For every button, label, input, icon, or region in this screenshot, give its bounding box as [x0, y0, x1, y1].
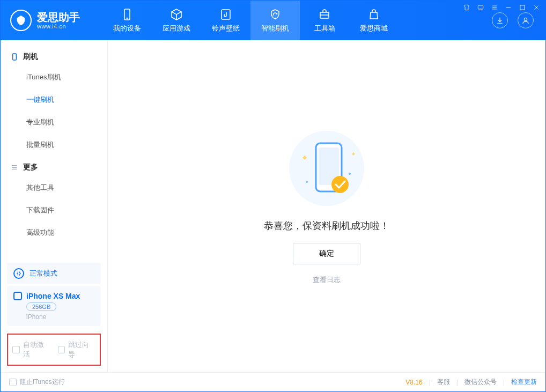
- support-link[interactable]: 客服: [437, 378, 450, 387]
- app-logo: 爱思助手 www.i4.cn: [1, 1, 102, 40]
- check-update-link[interactable]: 检查更新: [511, 378, 537, 387]
- app-body: 刷机 iTunes刷机 一键刷机 专业刷机 批量刷机 更多 其他工具 下载固件 …: [1, 40, 545, 372]
- maximize-icon[interactable]: [519, 4, 526, 11]
- sidebar-item-download-firmware[interactable]: 下载固件: [1, 199, 107, 221]
- sidebar-group-flash: 刷机: [1, 46, 107, 66]
- list-icon: [10, 163, 19, 172]
- svg-rect-2: [222, 10, 230, 19]
- tab-label: 爱思商城: [360, 24, 388, 33]
- tab-label: 工具箱: [314, 24, 335, 33]
- tab-store[interactable]: 爱思商城: [349, 1, 399, 40]
- sidebar-item-onekey-flash[interactable]: 一键刷机: [1, 88, 107, 111]
- app-title: 爱思助手: [37, 11, 80, 23]
- success-message: 恭喜您，保资料刷机成功啦！: [264, 219, 389, 232]
- checkbox-icon: [12, 346, 20, 353]
- checkbox-label: 自动激活: [23, 340, 50, 359]
- checkbox-skip-guide[interactable]: 跳过向导: [58, 340, 96, 359]
- minimize-icon[interactable]: [505, 4, 512, 11]
- device-icon: [10, 53, 19, 61]
- device-card[interactable]: iPhone XS Max 256GB iPhone: [7, 286, 101, 326]
- device-name: iPhone XS Max: [26, 292, 80, 300]
- tab-ring-wallpaper[interactable]: 铃声壁纸: [201, 1, 250, 40]
- tab-label: 铃声壁纸: [212, 24, 240, 33]
- download-button[interactable]: [492, 12, 508, 28]
- refresh-shield-icon: [268, 8, 282, 21]
- sidebar-group-label: 更多: [23, 162, 38, 172]
- sidebar: 刷机 iTunes刷机 一键刷机 专业刷机 批量刷机 更多 其他工具 下载固件 …: [1, 40, 108, 372]
- device-icon: [13, 292, 22, 300]
- app-subtitle: www.i4.cn: [37, 23, 80, 29]
- tab-toolbox[interactable]: 工具箱: [300, 1, 349, 40]
- device-storage-badge: 256GB: [26, 302, 56, 311]
- sidebar-item-other-tools[interactable]: 其他工具: [1, 176, 107, 199]
- view-log-link[interactable]: 查看日志: [313, 275, 341, 285]
- success-illustration: [286, 128, 367, 209]
- cube-icon: [169, 8, 183, 21]
- device-mode-card[interactable]: 正常模式: [7, 263, 101, 284]
- tab-label: 智能刷机: [261, 24, 289, 33]
- checkbox-auto-activate[interactable]: 自动激活: [12, 340, 50, 359]
- svg-point-13: [349, 173, 351, 175]
- checkbox-label: 阻止iTunes运行: [20, 378, 65, 387]
- tab-label: 应用游戏: [163, 24, 190, 33]
- ok-button[interactable]: 确定: [293, 243, 360, 264]
- svg-point-1: [127, 18, 128, 19]
- checkbox-icon: [58, 346, 65, 353]
- mode-icon: [13, 268, 24, 279]
- svg-point-4: [524, 18, 527, 20]
- sidebar-group-more: 更多: [1, 156, 107, 176]
- sidebar-item-itunes-flash[interactable]: iTunes刷机: [1, 66, 107, 88]
- checkbox-block-itunes[interactable]: 阻止iTunes运行: [9, 378, 65, 387]
- svg-point-12: [306, 181, 308, 183]
- main-content: 恭喜您，保资料刷机成功啦！ 确定 查看日志: [108, 40, 545, 372]
- sidebar-item-batch-flash[interactable]: 批量刷机: [1, 134, 107, 156]
- phone-icon: [120, 8, 134, 21]
- tab-smart-flash[interactable]: 智能刷机: [250, 1, 300, 40]
- status-bar: 阻止iTunes运行 V8.16 | 客服 | 微信公众号 | 检查更新: [1, 372, 545, 391]
- bag-icon: [367, 8, 381, 21]
- window-controls: [463, 4, 540, 11]
- tab-apps-games[interactable]: 应用游戏: [152, 1, 201, 40]
- checkbox-label: 跳过向导: [68, 340, 95, 359]
- sidebar-group-label: 刷机: [23, 52, 38, 62]
- music-icon: [219, 8, 233, 21]
- skin-icon[interactable]: [463, 4, 470, 11]
- svg-rect-6: [520, 5, 525, 10]
- tab-my-device[interactable]: 我的设备: [102, 1, 152, 40]
- svg-point-11: [331, 176, 349, 193]
- device-type: iPhone: [26, 313, 46, 321]
- version-label: V8.16: [405, 379, 422, 386]
- app-header: 爱思助手 www.i4.cn 我的设备 应用游戏 铃声壁纸 智能刷机 工具箱 爱…: [1, 1, 545, 40]
- wechat-link[interactable]: 微信公众号: [464, 378, 497, 387]
- menu-icon[interactable]: [491, 4, 498, 11]
- sidebar-item-advanced[interactable]: 高级功能: [1, 221, 107, 244]
- tab-label: 我的设备: [113, 24, 141, 33]
- flash-options-highlight: 自动激活 跳过向导: [7, 334, 101, 366]
- account-button[interactable]: [518, 12, 534, 28]
- svg-rect-7: [13, 54, 17, 60]
- feedback-icon[interactable]: [477, 4, 484, 11]
- sidebar-item-pro-flash[interactable]: 专业刷机: [1, 111, 107, 134]
- top-nav: 我的设备 应用游戏 铃声壁纸 智能刷机 工具箱 爱思商城: [102, 1, 399, 40]
- close-icon[interactable]: [533, 4, 540, 11]
- svg-rect-5: [478, 5, 483, 9]
- checkbox-icon: [9, 379, 17, 386]
- device-mode-label: 正常模式: [29, 269, 57, 278]
- toolbox-icon: [318, 8, 331, 21]
- logo-icon: [10, 10, 32, 31]
